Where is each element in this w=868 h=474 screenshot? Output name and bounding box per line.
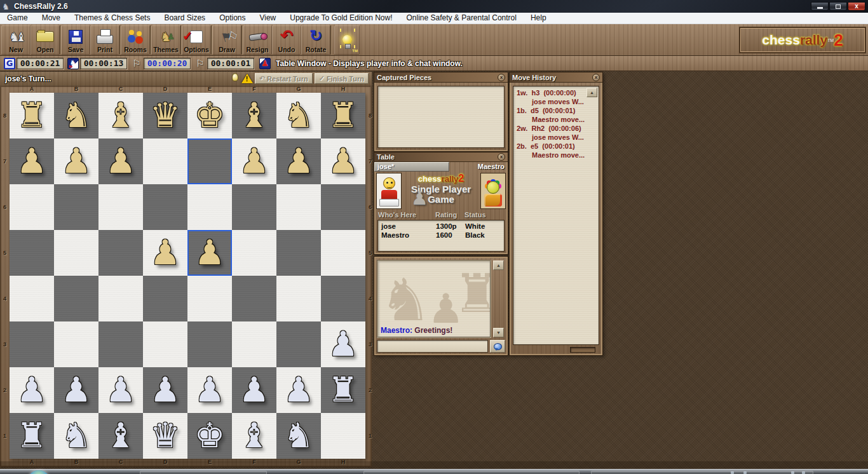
close-button[interactable]: x	[848, 2, 865, 11]
queen-black-piece[interactable]: ♛	[150, 95, 180, 137]
menu-item-move[interactable]: Move	[35, 13, 67, 24]
bishop-white-piece[interactable]: ♝	[239, 415, 269, 457]
square-e4[interactable]	[187, 276, 232, 322]
square-h1[interactable]	[321, 413, 365, 459]
square-f6[interactable]	[232, 184, 276, 230]
square-b3[interactable]	[54, 322, 98, 367]
king-black-piece[interactable]: ♚	[194, 95, 225, 137]
taskbar-window-button[interactable]	[363, 471, 580, 474]
square-g3[interactable]	[276, 322, 321, 367]
square-e1[interactable]: ♚	[187, 413, 232, 459]
square-h3[interactable]: ♟	[321, 322, 365, 367]
minimize-button[interactable]	[811, 2, 829, 11]
square-e3[interactable]	[187, 322, 232, 367]
square-h7[interactable]: ♟	[321, 139, 365, 184]
tab-maestro[interactable]: Maestro	[449, 162, 508, 172]
knight-black-piece[interactable]: ♞	[61, 95, 92, 137]
move-entry[interactable]: 2b. e5 (00:00:01)	[517, 142, 597, 151]
move-history-close-icon[interactable]: x	[592, 74, 600, 81]
square-d8[interactable]: ♛	[143, 93, 187, 139]
start-orb-icon[interactable]	[28, 470, 50, 474]
move-history-resize-slot[interactable]	[570, 347, 595, 353]
tab-jose[interactable]: jose*	[374, 162, 449, 172]
pawn-white-piece[interactable]: ♟	[328, 323, 358, 365]
menu-item-upgrade-to-gold-edition-now[interactable]: Upgrade To Gold Edition Now!	[283, 13, 399, 24]
restore-button[interactable]	[829, 2, 847, 11]
square-c3[interactable]	[98, 322, 143, 367]
pawn-black-piece[interactable]: ♟	[105, 140, 136, 182]
pawn-black-piece[interactable]: ♟	[328, 140, 358, 182]
square-e5[interactable]: ♟	[187, 230, 232, 276]
square-a1[interactable]: ♜	[10, 413, 54, 459]
square-c4[interactable]	[98, 276, 143, 322]
square-c5[interactable]	[98, 230, 143, 276]
square-a5[interactable]	[10, 230, 54, 276]
square-c1[interactable]: ♝	[98, 413, 143, 459]
tray-icon[interactable]	[791, 471, 794, 474]
square-e8[interactable]: ♚	[187, 93, 232, 139]
pawn-black-piece[interactable]: ♟	[239, 140, 269, 182]
bishop-white-piece[interactable]: ♝	[105, 415, 136, 457]
hint-mini-lightbulb-icon[interactable]	[231, 73, 240, 84]
themes-button[interactable]: Themes	[151, 25, 180, 55]
menu-item-game[interactable]: Game	[0, 13, 35, 24]
square-a7[interactable]: ♟	[10, 139, 54, 184]
bishop-black-piece[interactable]: ♝	[239, 95, 269, 137]
bishop-black-piece[interactable]: ♝	[105, 95, 136, 137]
new-button[interactable]: New	[1, 25, 31, 55]
chat-input[interactable]	[377, 340, 488, 353]
square-d2[interactable]: ♟	[143, 367, 187, 413]
knight-white-piece[interactable]: ♞	[283, 415, 314, 457]
pawn-white-piece[interactable]: ♟	[17, 369, 47, 411]
square-h5[interactable]	[321, 230, 365, 276]
pawn-black-piece[interactable]: ♟	[194, 232, 225, 274]
pawn-black-piece[interactable]: ♟	[283, 140, 314, 182]
open-button[interactable]: Open	[31, 25, 60, 55]
rook-black-piece[interactable]: ♜	[17, 95, 47, 137]
square-b1[interactable]: ♞	[54, 413, 98, 459]
tray-icon[interactable]	[743, 471, 747, 474]
knight-white-piece[interactable]: ♞	[61, 415, 92, 457]
rook-white-piece[interactable]: ♜	[17, 415, 47, 457]
hint-button[interactable]: TM	[334, 25, 360, 55]
square-a4[interactable]	[10, 276, 54, 322]
square-a8[interactable]: ♜	[10, 93, 54, 139]
square-h6[interactable]	[321, 184, 365, 230]
square-f4[interactable]	[232, 276, 276, 322]
table-titlebar[interactable]: Table x	[374, 152, 508, 162]
rotate-button[interactable]: Rotate	[301, 25, 330, 55]
windows-taskbar[interactable]	[0, 469, 868, 474]
taskbar-window-button[interactable]	[591, 471, 813, 474]
square-g7[interactable]: ♟	[276, 139, 321, 184]
square-d4[interactable]	[143, 276, 187, 322]
finish-turn-button[interactable]: ✓Finish Turn	[315, 73, 369, 84]
captured-close-icon[interactable]: x	[498, 74, 505, 81]
options-button[interactable]: Options	[182, 25, 211, 55]
square-f7[interactable]: ♟	[232, 139, 276, 184]
table-close-icon[interactable]: x	[498, 153, 505, 161]
pawn-black-piece[interactable]: ♟	[150, 232, 180, 274]
square-h8[interactable]: ♜	[321, 93, 365, 139]
square-f3[interactable]	[232, 322, 276, 367]
square-a3[interactable]	[10, 322, 54, 367]
menu-item-options[interactable]: Options	[212, 13, 252, 24]
menu-item-themes-chess-sets[interactable]: Themes & Chess Sets	[67, 13, 157, 24]
square-g5[interactable]	[276, 230, 321, 276]
rook-black-piece[interactable]: ♜	[328, 95, 358, 137]
move-entry[interactable]: 1b. d5 (00:00:01)	[517, 106, 597, 115]
square-g6[interactable]	[276, 184, 321, 230]
move-history-titlebar[interactable]: Move History x	[510, 72, 602, 83]
pawn-white-piece[interactable]: ♟	[61, 369, 92, 411]
menu-item-board-sizes[interactable]: Board Sizes	[157, 13, 212, 24]
square-c2[interactable]: ♟	[98, 367, 143, 413]
rook-white-piece[interactable]: ♜	[328, 369, 358, 411]
restart-turn-button[interactable]: ↶Restart Turn	[255, 73, 313, 84]
warning-triangle-icon[interactable]	[241, 74, 253, 83]
square-g1[interactable]: ♞	[276, 413, 321, 459]
square-d5[interactable]: ♟	[143, 230, 187, 276]
title-bar[interactable]: ♞ ChessRally 2.6 x	[0, 0, 868, 13]
square-b2[interactable]: ♟	[54, 367, 98, 413]
square-d7[interactable]	[143, 139, 187, 184]
square-a2[interactable]: ♟	[10, 367, 54, 413]
menu-item-view[interactable]: View	[252, 13, 283, 24]
